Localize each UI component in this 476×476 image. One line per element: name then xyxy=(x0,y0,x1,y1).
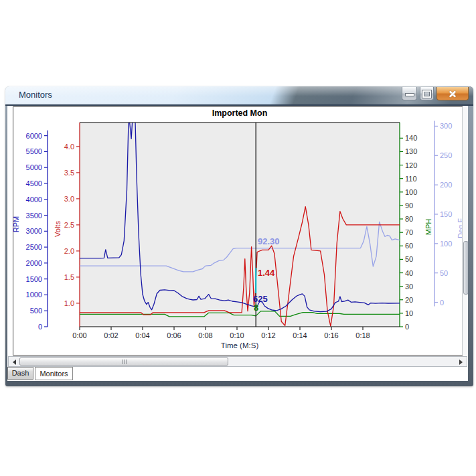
degf-tick-label: 100 xyxy=(440,240,452,248)
maximize-button[interactable] xyxy=(420,87,434,100)
mph-tick-label: 120 xyxy=(405,161,417,169)
cursor-readout-volts: 1.44 xyxy=(258,268,275,278)
rpm-tick-label: 3000 xyxy=(26,227,42,235)
rpm-tick-label: 1500 xyxy=(26,275,42,283)
h-scrollbar-thumb[interactable] xyxy=(19,358,228,366)
mph-tick-label: 140 xyxy=(405,134,417,142)
h-scrollbar[interactable] xyxy=(8,356,467,367)
x-tick-label: 0:08 xyxy=(198,331,212,339)
x-tick-label: 0:06 xyxy=(167,331,181,339)
close-icon xyxy=(448,90,457,98)
degf-tick-label: 0 xyxy=(440,299,444,307)
rpm-tick-label: 5000 xyxy=(26,163,42,171)
minimize-button[interactable] xyxy=(402,87,417,100)
mph-tick-label: 30 xyxy=(405,283,413,291)
maximize-icon xyxy=(422,90,431,98)
degf-tick-label: 200 xyxy=(440,181,452,189)
volts-tick-label: 2.5 xyxy=(64,221,74,229)
mph-tick-label: 50 xyxy=(405,255,413,263)
rpm-tick-label: 6000 xyxy=(26,132,42,140)
rpm-tick-label: 3500 xyxy=(26,212,42,220)
volts-tick-label: 2.0 xyxy=(64,247,74,255)
degf-tick-label: 50 xyxy=(440,269,448,277)
rpm-tick-label: 2500 xyxy=(26,243,42,251)
rpm-tick-label: 500 xyxy=(30,307,42,315)
mph-tick-label: 20 xyxy=(405,296,413,304)
window-title: Monitors xyxy=(19,86,52,104)
mph-tick-label: 100 xyxy=(405,188,417,196)
rpm-tick-label: 4500 xyxy=(26,179,42,187)
v-scrollbar-thumb[interactable] xyxy=(463,241,468,295)
volts-tick-label: 1.5 xyxy=(64,273,74,281)
mph-tick-label: 70 xyxy=(405,228,413,236)
rpm-tick-label: 2000 xyxy=(26,259,42,267)
titlebar[interactable]: Monitors xyxy=(5,86,473,106)
tab-dash[interactable]: Dash xyxy=(7,367,33,380)
rpm-tick-label: 0 xyxy=(38,323,42,331)
tab-bar: Dash Monitors xyxy=(7,367,468,381)
cursor-readout-mph: 8 xyxy=(254,303,258,313)
rpm-axis-title: RPM xyxy=(12,216,20,232)
x-tick-label: 0:14 xyxy=(293,331,307,339)
chart-title: Imported Mon xyxy=(212,108,268,118)
close-button[interactable] xyxy=(437,87,469,100)
monitors-window: Monitors Imported Mon0500100015002000250… xyxy=(5,86,473,386)
v-scrollbar[interactable] xyxy=(462,107,468,355)
cursor-readout-deg-f: 92.30 xyxy=(258,236,280,246)
mph-tick-label: 40 xyxy=(405,269,413,277)
mph-tick-label: 130 xyxy=(405,147,417,155)
x-tick-label: 0:12 xyxy=(261,331,275,339)
mph-tick-label: 90 xyxy=(405,202,413,210)
x-tick-label: 0:00 xyxy=(72,331,86,339)
rpm-tick-label: 4000 xyxy=(26,195,42,204)
volts-tick-label: 3.0 xyxy=(64,195,74,203)
scroll-left-icon[interactable] xyxy=(13,360,16,365)
x-tick-label: 0:02 xyxy=(104,331,118,339)
mph-tick-label: 0 xyxy=(405,323,409,331)
degf-tick-label: 300 xyxy=(440,122,452,130)
mph-tick-label: 110 xyxy=(405,175,417,183)
degf-tick-label: 250 xyxy=(440,151,452,159)
x-axis-title: Time (M:S) xyxy=(221,341,259,349)
volts-tick-label: 3.5 xyxy=(64,169,74,177)
mph-tick-label: 10 xyxy=(405,309,413,317)
screen: Monitors Imported Mon0500100015002000250… xyxy=(0,0,476,476)
x-tick-label: 0:10 xyxy=(230,331,244,339)
degf-tick-label: 150 xyxy=(440,210,452,218)
tab-monitors[interactable]: Monitors xyxy=(35,367,73,380)
x-tick-label: 0:18 xyxy=(355,331,370,339)
caption-buttons xyxy=(402,87,469,100)
mph-tick-label: 80 xyxy=(405,215,413,223)
volts-axis-title: Volts xyxy=(54,221,62,237)
rpm-tick-label: 1000 xyxy=(26,291,42,299)
monitors-chart: Imported Mon0500100015002000250030003500… xyxy=(7,106,468,356)
content-area: Imported Mon0500100015002000250030003500… xyxy=(7,106,468,381)
thumb-grip-icon xyxy=(122,360,123,364)
x-tick-label: 0:04 xyxy=(135,331,149,339)
minimize-icon xyxy=(405,93,414,96)
x-tick-label: 0:16 xyxy=(324,331,338,339)
rpm-tick-label: 5500 xyxy=(26,147,42,155)
volts-tick-label: 1.0 xyxy=(64,299,74,307)
mph-tick-label: 60 xyxy=(405,242,413,250)
volts-tick-label: 4.0 xyxy=(64,143,74,151)
scroll-right-icon[interactable] xyxy=(459,360,463,365)
mph-axis-title: MPH xyxy=(424,219,432,236)
